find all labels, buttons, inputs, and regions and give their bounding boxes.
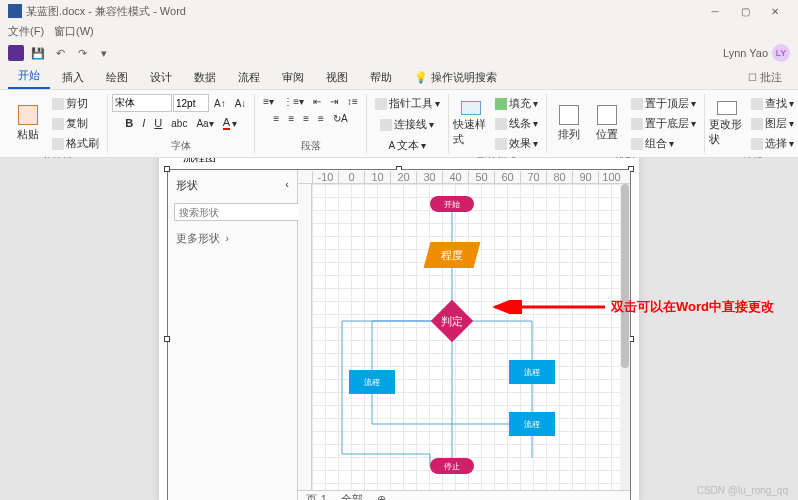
end-node[interactable]: 停止 [430,458,474,474]
shrink-font[interactable]: A↓ [231,94,251,112]
qat-dropdown[interactable]: ▾ [96,45,112,61]
connector-tool[interactable]: 连接线▾ [376,115,438,134]
add-page[interactable]: ⊕ [377,493,386,500]
tab-insert[interactable]: 插入 [52,66,94,89]
fill-button[interactable]: 填充▾ [491,94,542,113]
align-right[interactable]: ≡ [299,111,313,126]
process-node[interactable]: 流程 [349,370,395,394]
indent-dec[interactable]: ⇤ [309,94,325,109]
pointer-tool[interactable]: 指针工具▾ [371,94,444,113]
align-center[interactable]: ≡ [284,111,298,126]
start-node[interactable]: 开始 [430,196,474,212]
annotation: 双击可以在Word中直接更改 [485,298,774,316]
page-tab[interactable]: 页-1 [306,492,327,500]
line-spacing[interactable]: ↕≡ [343,94,362,109]
tab-help[interactable]: 帮助 [360,66,402,89]
tab-home[interactable]: 开始 [8,64,50,89]
tab-process[interactable]: 流程 [228,66,270,89]
word-icon [8,4,22,18]
save-button[interactable]: 💾 [30,45,46,61]
select-button[interactable]: 选择▾ [747,134,798,153]
ruler-horizontal: -100102030405060708090100 [298,170,630,184]
line-button[interactable]: 线条▾ [491,114,542,133]
shapes-search: ▾🔍 [174,203,291,221]
underline-button[interactable]: U [150,114,166,132]
user-account[interactable]: Lynn Yao LY [723,44,790,62]
resize-handle[interactable] [164,336,170,342]
strike-button[interactable]: abc [167,114,191,132]
ribbon: 粘贴 剪切 复制 格式刷 剪贴板 宋体 12pt A↑ A↓ B I U abc… [0,90,798,158]
text-tool[interactable]: A 文本▾ [385,136,431,155]
cut-button[interactable]: 剪切 [48,94,103,113]
menu-bar: 文件(F) 窗口(W) [0,22,798,40]
process-node[interactable]: 流程 [509,412,555,436]
minimize-button[interactable]: ─ [700,6,730,17]
indent-inc[interactable]: ⇥ [326,94,342,109]
process-node[interactable]: 流程 [509,360,555,384]
connectors [312,184,630,490]
paste-button[interactable]: 粘贴 [10,101,46,147]
data-node[interactable]: 程度 [424,242,481,268]
comments-button[interactable]: ☐ 批注 [740,66,790,89]
effects-button[interactable]: 效果▾ [491,134,542,153]
app-name: Word [160,5,186,17]
change-shape[interactable]: 更改形状 [709,101,745,147]
text-highlight[interactable]: Aa▾ [192,114,217,132]
group-edit: 更改形状 查找▾ 图层▾ 选择▾ 编辑 [705,94,798,153]
bring-front[interactable]: 置于顶层▾ [627,94,700,113]
rotate-text[interactable]: ↻A [329,111,352,126]
group-tools: 指针工具▾ 连接线▾ A 文本▾ 工具 [367,94,449,153]
send-back[interactable]: 置于底层▾ [627,114,700,133]
tell-me[interactable]: 💡 操作说明搜索 [404,66,507,89]
position-button[interactable]: 位置 [589,101,625,147]
menu-window[interactable]: 窗口(W) [54,24,94,39]
arrange-button[interactable]: 排列 [551,101,587,147]
group-button[interactable]: 组合▾ [627,134,700,153]
grow-font[interactable]: A↑ [210,94,230,112]
resize-handle[interactable] [164,166,170,172]
tab-design[interactable]: 设计 [140,66,182,89]
justify[interactable]: ≡ [314,111,328,126]
italic-button[interactable]: I [138,114,149,132]
find-button[interactable]: 查找▾ [747,94,798,113]
bold-button[interactable]: B [121,114,137,132]
close-button[interactable]: ✕ [760,6,790,17]
format-painter-button[interactable]: 格式刷 [48,134,103,153]
annotation-text: 双击可以在Word中直接更改 [611,298,774,316]
compat-mode: 兼容性模式 [95,4,150,19]
layers-button[interactable]: 图层▾ [747,114,798,133]
align-left[interactable]: ≡ [270,111,284,126]
more-shapes[interactable]: 更多形状 › [168,223,297,254]
numbering[interactable]: ⋮≡▾ [279,94,308,109]
title-bar: 某蓝图.docx - 兼容性模式 - Word ─ ▢ ✕ [0,0,798,22]
font-color[interactable]: A▾ [219,114,241,132]
redo-button[interactable]: ↷ [74,45,90,61]
canvas[interactable]: 开始 程度 判定 流程 流程 流程 停止 [312,184,630,490]
collapse-icon[interactable]: ‹ [285,178,289,193]
document-area: • 流程图 形状‹ ▾🔍 更多形状 › -1001020304 [0,158,798,500]
quick-styles[interactable]: 快速样式 [453,101,489,147]
menu-file[interactable]: 文件(F) [8,24,44,39]
canvas-wrap: -100102030405060708090100 开始 程 [298,170,630,500]
tab-review[interactable]: 审阅 [272,66,314,89]
file-name: 某蓝图.docx [26,4,85,19]
tab-data[interactable]: 数据 [184,66,226,89]
copy-button[interactable]: 复制 [48,114,103,133]
vertical-scrollbar[interactable] [620,184,630,490]
embedded-visio[interactable]: 形状‹ ▾🔍 更多形状 › -100102030405060708090100 [167,169,631,500]
maximize-button[interactable]: ▢ [730,6,760,17]
tab-draw[interactable]: 绘图 [96,66,138,89]
tab-view[interactable]: 视图 [316,66,358,89]
bullets[interactable]: ≡▾ [259,94,278,109]
all-tab[interactable]: 全部 [341,492,363,500]
word-page: • 流程图 形状‹ ▾🔍 更多形状 › -1001020304 [159,158,639,500]
font-family-select[interactable]: 宋体 [112,94,172,112]
group-shape-styles: 快速样式 填充▾ 线条▾ 效果▾ 形状样式 [449,94,547,153]
font-size-select[interactable]: 12pt [173,94,209,112]
search-input[interactable] [174,203,311,221]
quick-access-toolbar: 💾 ↶ ↷ ▾ Lynn Yao LY [0,40,798,66]
undo-button[interactable]: ↶ [52,45,68,61]
group-paragraph: ≡▾ ⋮≡▾ ⇤ ⇥ ↕≡ ≡ ≡ ≡ ≡ ↻A 段落 [255,94,367,153]
avatar: LY [772,44,790,62]
decision-node[interactable]: 判定 [431,300,473,342]
